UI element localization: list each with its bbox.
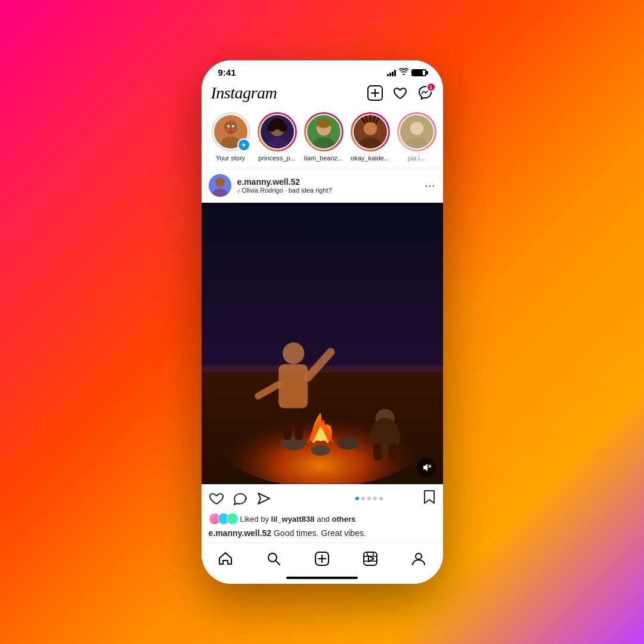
stories-row: + Your story	[202, 107, 443, 168]
liam-story-avatar	[306, 114, 342, 150]
kaide-story-label: okay_kaide...	[351, 154, 389, 162]
carousel-dot-3	[367, 497, 371, 500]
comment-button[interactable]	[233, 491, 248, 506]
svg-point-18	[316, 119, 330, 128]
your-story-label: Your story	[216, 154, 245, 162]
nav-profile-button[interactable]	[405, 548, 432, 569]
liam-story-avatar-wrapper	[304, 112, 343, 151]
caption-username[interactable]: e.manny.well.52	[209, 528, 272, 538]
princess-story-avatar-wrapper	[258, 112, 297, 151]
svg-line-25	[373, 117, 374, 122]
nav-reels-button[interactable]	[357, 548, 383, 569]
princess-story-avatar	[259, 114, 295, 150]
liked-username: lil_wyatt838	[271, 515, 315, 524]
pia-story-ring	[397, 112, 436, 151]
svg-point-6	[227, 125, 230, 128]
battery-icon	[411, 69, 426, 76]
liked-avatars	[209, 513, 236, 525]
status-icons	[387, 68, 426, 77]
phone-frame: 9:41 Instagram	[202, 60, 443, 584]
add-post-button[interactable]	[367, 85, 383, 101]
svg-rect-49	[202, 366, 443, 484]
story-item-pia[interactable]: pia.i...	[397, 112, 436, 162]
post-actions	[202, 484, 443, 513]
signal-icon	[387, 69, 396, 76]
likes-button[interactable]	[392, 85, 408, 101]
messenger-badge: 1	[426, 82, 436, 92]
post-action-left	[209, 491, 316, 506]
post-song-text: Olivia Rodrigo · bad idea right?	[242, 187, 332, 194]
svg-point-31	[215, 178, 225, 187]
wifi-icon	[399, 68, 408, 77]
liked-avatar-3	[227, 513, 239, 525]
post-image	[202, 203, 443, 484]
svg-rect-57	[364, 552, 377, 565]
svg-point-14	[278, 123, 287, 132]
carousel-dot-4	[373, 497, 377, 500]
svg-point-28	[410, 122, 423, 135]
post-container: e.manny.well.52 ♪ Olivia Rodrigo · bad i…	[202, 168, 443, 543]
status-time: 9:41	[218, 67, 236, 78]
post-more-button[interactable]: ···	[425, 179, 435, 192]
svg-point-63	[416, 553, 422, 559]
post-likes: Liked by lil_wyatt838 and others	[202, 513, 443, 527]
music-note-icon: ♪	[237, 187, 240, 194]
carousel-dot-5	[379, 497, 383, 500]
status-bar: 9:41	[202, 60, 443, 80]
home-indicator	[202, 573, 443, 584]
svg-point-7	[231, 125, 234, 128]
home-indicator-bar	[286, 577, 358, 579]
liam-story-label: liam_beanz...	[304, 154, 343, 162]
post-header: e.manny.well.52 ♪ Olivia Rodrigo · bad i…	[202, 168, 443, 203]
kaide-story-ring	[351, 112, 390, 151]
likes-prefix: Liked by	[240, 515, 271, 524]
share-button[interactable]	[256, 491, 272, 506]
svg-point-8	[228, 129, 233, 134]
princess-story-ring	[258, 112, 297, 151]
post-song: ♪ Olivia Rodrigo · bad idea right?	[237, 187, 332, 194]
likes-others: others	[332, 515, 355, 524]
svg-point-42	[282, 342, 304, 364]
pia-story-avatar-wrapper	[397, 112, 436, 151]
svg-line-23	[366, 117, 367, 122]
post-user-info: e.manny.well.52 ♪ Olivia Rodrigo · bad i…	[237, 177, 332, 194]
messenger-button[interactable]: 1	[417, 85, 434, 101]
bottom-nav	[202, 543, 443, 573]
post-username[interactable]: e.manny.well.52	[237, 177, 332, 187]
kaide-story-avatar	[352, 114, 388, 150]
caption-body: Good times. Great vibes.	[274, 528, 366, 538]
post-user: e.manny.well.52 ♪ Olivia Rodrigo · bad i…	[209, 174, 332, 197]
header-icons: 1	[367, 85, 434, 101]
post-avatar-inner	[209, 174, 231, 197]
campfire-scene	[202, 203, 443, 484]
carousel-dots	[315, 497, 423, 500]
nav-home-button[interactable]	[212, 548, 239, 569]
carousel-dot-1	[355, 497, 359, 500]
princess-story-label: princess_p...	[258, 154, 295, 162]
nav-add-button[interactable]	[309, 548, 335, 569]
svg-point-20	[363, 122, 376, 135]
likes-text: Liked by lil_wyatt838 and others	[240, 515, 356, 524]
svg-point-13	[267, 123, 276, 132]
pia-story-avatar	[399, 114, 435, 150]
story-item-liam[interactable]: liam_beanz...	[304, 112, 343, 162]
story-item-your-story[interactable]: + Your story	[211, 112, 250, 162]
ig-header: Instagram 1	[202, 80, 443, 107]
post-avatar[interactable]	[209, 174, 231, 197]
kaide-story-avatar-wrapper	[351, 112, 390, 151]
your-story-avatar-wrapper: +	[211, 112, 250, 151]
liam-story-ring	[304, 112, 343, 151]
carousel-dot-2	[361, 497, 365, 500]
bookmark-button[interactable]	[423, 489, 436, 508]
svg-line-53	[275, 561, 280, 565]
post-caption: e.manny.well.52 Good times. Great vibes.	[202, 527, 443, 543]
story-item-princess[interactable]: princess_p...	[258, 112, 297, 162]
like-button[interactable]	[209, 491, 224, 506]
nav-search-button[interactable]	[261, 548, 287, 569]
story-item-kaide[interactable]: okay_kaide...	[351, 112, 390, 162]
pia-story-label: pia.i...	[408, 154, 425, 162]
mute-button[interactable]	[417, 458, 436, 477]
ig-logo: Instagram	[211, 83, 277, 103]
add-story-button[interactable]: +	[237, 138, 250, 151]
